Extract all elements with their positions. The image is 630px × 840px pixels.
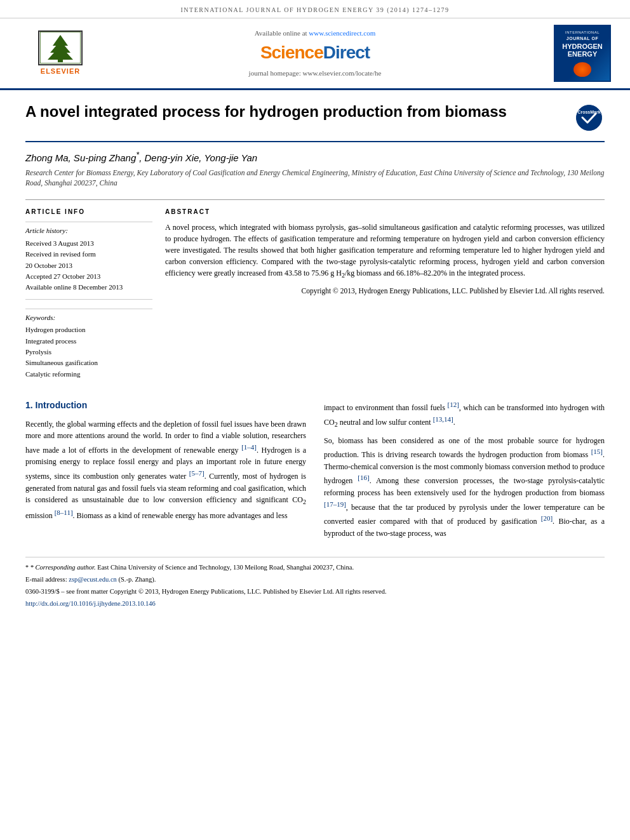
email-footnote: E-mail address: zsp@ecust.edu.cn (S.-p. … [25, 575, 605, 585]
abstract-label: ABSTRACT [165, 208, 605, 217]
sciencedirect-center: Available online at www.sciencedirect.co… [102, 29, 528, 78]
abstract-text: A novel process, which integrated with b… [165, 222, 605, 280]
article-title-section: A novel integrated process for hydrogen … [25, 90, 605, 142]
sciencedirect-url[interactable]: www.sciencedirect.com [309, 29, 375, 37]
article-info-column: ARTICLE INFO Article history: Received 3… [25, 208, 152, 380]
article-info-content: Article history: Received 3 August 2013 … [25, 222, 152, 292]
ref-1-4: [1–4] [241, 443, 257, 451]
article-info-abstract-section: ARTICLE INFO Article history: Received 3… [25, 199, 605, 380]
available-online-date: Available online 8 December 2013 [25, 283, 152, 292]
article-title: A novel integrated process for hydrogen … [25, 102, 560, 121]
available-online-text: Available online at www.sciencedirect.co… [102, 29, 528, 38]
logo-area: ELSEVIER Available online at www.science… [0, 18, 630, 90]
corresponding-asterisk-footnote: * [25, 564, 30, 571]
elsevier-tree-image [38, 30, 83, 65]
ref-13-14: [13,14] [433, 415, 453, 423]
authors: Zhong Ma, Su-ping Zhang*, Deng-yin Xie, … [25, 150, 605, 164]
received-revised-date: 20 October 2013 [25, 261, 152, 270]
ref-16: [16] [358, 474, 369, 481]
intro-section-title: 1. Introduction [25, 399, 306, 412]
ref-17-19: [17–19] [324, 500, 346, 508]
hydrogen-journal-label: JOURNAL OF [566, 36, 598, 42]
email-suffix: (S.-p. Zhang). [118, 576, 156, 583]
intro-paragraph-1: Recently, the global warming effects and… [25, 418, 306, 522]
authors-section: Zhong Ma, Su-ping Zhang*, Deng-yin Xie, … [25, 142, 605, 190]
keyword-3: Pyrolysis [25, 347, 152, 357]
keyword-2: Integrated process [25, 337, 152, 346]
crossmark-badge: CrossMark [573, 102, 605, 133]
abstract-copyright: Copyright © 2013, Hydrogen Energy Public… [165, 286, 605, 296]
hydrogen-energy-title: HYDROGENENERGY [562, 43, 603, 58]
keyword-4: Simultaneous gasification [25, 358, 152, 368]
issn-footnote: 0360-3199/$ – see front matter Copyright… [25, 587, 605, 597]
article-info-label: ARTICLE INFO [25, 208, 152, 217]
elsevier-brand-label: ELSEVIER [41, 67, 80, 76]
received-date-1: Received 3 August 2013 [25, 239, 152, 248]
ref-5-7: [5–7] [189, 469, 204, 477]
intro-paragraph-2: impact to environment than fossil fuels … [324, 399, 605, 429]
doi-link[interactable]: http://dx.doi.org/10.1016/j.ijhydene.201… [25, 600, 156, 607]
keywords-section: Keywords: Hydrogen production Integrated… [25, 309, 152, 379]
sciencedirect-logo: ScienceDirect [102, 40, 528, 65]
journal-header-bar: INTERNATIONAL JOURNAL OF HYDROGEN ENERGY… [0, 0, 630, 18]
affiliation: Research Center for Biomass Energy, Key … [25, 168, 605, 188]
article-history-label: Article history: [25, 226, 152, 236]
svg-point-5 [576, 105, 601, 130]
footnotes-section: * * Corresponding author. East China Uni… [25, 557, 605, 608]
accepted-date: Accepted 27 October 2013 [25, 272, 152, 281]
email-label: E-mail address: [25, 576, 67, 583]
journal-homepage: journal homepage: www.elsevier.com/locat… [102, 69, 528, 78]
elsevier-logo: ELSEVIER [19, 30, 102, 76]
body-column-left: 1. Introduction Recently, the global war… [25, 399, 306, 544]
keyword-1: Hydrogen production [25, 325, 152, 335]
email-link[interactable]: zsp@ecust.edu.cn [69, 576, 117, 583]
hydrogen-intl-label: INTERNATIONAL [565, 30, 600, 35]
body-column-right: impact to environment than fossil fuels … [324, 399, 605, 544]
hydrogen-logo-circle [573, 62, 591, 77]
info-separator-1 [25, 299, 152, 300]
hydrogen-energy-logo-container: INTERNATIONAL JOURNAL OF HYDROGENENERGY [528, 25, 611, 82]
ref-12: [12] [448, 401, 459, 408]
abstract-column: ABSTRACT A novel process, which integrat… [165, 208, 605, 380]
received-revised-label: Received in revised form [25, 250, 152, 259]
corresponding-author-label: * Corresponding author. [30, 564, 96, 571]
keyword-5: Catalytic reforming [25, 370, 152, 379]
direct-text: Direct [323, 43, 370, 62]
intro-paragraph-3: So, biomass has been considered as one o… [324, 435, 605, 540]
science-text: Science [260, 43, 323, 62]
corresponding-author-address: East China University of Science and Tec… [97, 564, 354, 571]
author-rest: , Deng-yin Xie, Yong-jie Yan [139, 152, 257, 163]
crossmark-icon: CrossMark [575, 103, 603, 132]
keywords-label: Keywords: [25, 313, 152, 323]
svg-text:CrossMark: CrossMark [577, 110, 600, 114]
doi-footnote: http://dx.doi.org/10.1016/j.ijhydene.201… [25, 599, 605, 609]
ref-8-11: [8–11] [55, 509, 73, 516]
corresponding-author-footnote: * * Corresponding author. East China Uni… [25, 563, 605, 573]
journal-title-header: INTERNATIONAL JOURNAL OF HYDROGEN ENERGY… [180, 6, 449, 13]
hydrogen-energy-logo: INTERNATIONAL JOURNAL OF HYDROGENENERGY [554, 25, 611, 82]
article-body: 1. Introduction Recently, the global war… [25, 399, 605, 544]
author-zhong-ma: Zhong Ma, Su-ping Zhang [25, 152, 136, 163]
ref-15: [15] [591, 448, 603, 455]
ref-20: [20] [541, 514, 553, 522]
article-content: A novel integrated process for hydrogen … [0, 90, 630, 608]
